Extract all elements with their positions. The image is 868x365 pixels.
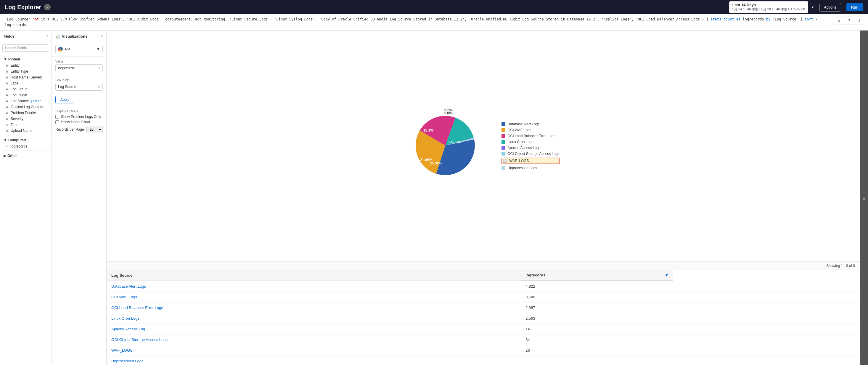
show-problem-logs-checkbox[interactable] <box>55 115 59 119</box>
date-range-selector[interactable]: Last 14 Days 5月 14 10:46 午前 - 5月 28 10:4… <box>729 1 808 13</box>
field-name: Entity <box>11 63 20 67</box>
field-time[interactable]: ⊙Time <box>0 122 52 128</box>
fields-collapse-button[interactable]: ‹ <box>46 33 48 39</box>
field-log-group[interactable]: ALog Group <box>0 86 52 92</box>
query-by-link[interactable]: by <box>766 17 770 21</box>
records-per-page-select[interactable]: 25 50 100 <box>87 126 103 133</box>
table-header-bar: Showing 1 - 8 of 8 <box>106 262 860 270</box>
source-cell: WAF_LOGS <box>106 345 521 356</box>
field-entity-type[interactable]: AEntity Type <box>0 68 52 74</box>
field-name: Upload Name <box>11 129 32 133</box>
field-logrecords[interactable]: #logrecords <box>0 143 52 149</box>
query-stats-link[interactable]: stats count as <box>711 17 740 21</box>
right-edge-panel[interactable]: ⚙ <box>860 30 868 365</box>
value-selector[interactable]: logrecords ✕ <box>55 64 103 72</box>
source-link[interactable]: Database Alert Logs <box>111 284 146 288</box>
field-upload-name[interactable]: AUpload Name <box>0 128 52 134</box>
field-original-log[interactable]: AOriginal Log Content <box>0 104 52 110</box>
apply-button[interactable]: Apply <box>55 96 74 104</box>
pie-chart-svg <box>407 107 484 184</box>
legend-linux-cron-logs[interactable]: Linux Cron Logs <box>501 140 559 144</box>
source-link[interactable]: WAF_LOGS <box>111 348 133 353</box>
col-logrecords[interactable]: logrecords ▼ <box>521 270 673 281</box>
legend-unprocessed-logs[interactable]: Unprocessed Logs <box>501 166 559 170</box>
source-link[interactable]: Linux Cron Logs <box>111 316 140 320</box>
legend-apache-access-log[interactable]: Apache Access Log <box>501 146 559 150</box>
sort-icon: ▼ <box>664 273 669 277</box>
value-clear-button[interactable]: ✕ <box>97 66 100 70</box>
show-donut-chart-checkbox[interactable] <box>55 120 59 124</box>
date-range-label: Last 14 Days <box>733 3 805 7</box>
field-type-badge: ⊙ <box>6 123 9 126</box>
field-severity[interactable]: ASeverity <box>0 116 52 122</box>
groupby-clear-button[interactable]: ✕ <box>97 85 100 89</box>
log-source-clear-link[interactable]: | Clear <box>31 99 40 103</box>
source-link[interactable]: OCI Object Storage Access Logs <box>111 337 167 342</box>
value-label: Value <box>55 60 103 63</box>
field-name: Log Origin <box>11 93 27 97</box>
field-problem-priority[interactable]: AProblem Priority <box>0 110 52 116</box>
share-button[interactable]: ⇧ <box>855 17 863 25</box>
actions-button[interactable]: Actions <box>819 3 841 11</box>
col-log-source[interactable]: Log Source <box>106 270 521 281</box>
legend-label: OCI Load Balancer Error Logs <box>507 134 555 138</box>
show-problem-logs-checkbox-row[interactable]: Show Problem Logs Only <box>55 115 103 119</box>
computed-section-header[interactable]: ▼ Computed <box>0 136 52 143</box>
legend-oci-waf-logs[interactable]: OCI WAF Logs <box>501 128 559 132</box>
viz-collapse-button[interactable]: ‹ <box>101 33 103 39</box>
pinned-section-header[interactable]: ▼ Pinned <box>0 55 52 62</box>
table-row: OCI Object Storage Access Logs 34 <box>106 335 860 345</box>
groupby-section: Group by Log Source ✕ <box>52 75 106 94</box>
table-row: Apache Access Log 141 <box>106 324 860 335</box>
value-selected-text: logrecords <box>58 66 74 70</box>
table-body: Database Alert Logs 4,822 OCI WAF Logs 3… <box>106 281 860 365</box>
field-label[interactable]: ALabel <box>0 80 52 86</box>
legend-label: OCI Object Storage Access Logs <box>507 152 559 156</box>
count-cell: 4,822 <box>521 281 860 292</box>
source-cell: Unprocessed Logs <box>106 356 521 365</box>
pinned-chevron: ▼ <box>4 57 7 61</box>
close-query-button[interactable]: ✕ <box>835 17 843 25</box>
query-action-buttons: ✕ ? ⇧ <box>835 17 863 25</box>
field-name: Time <box>11 123 18 127</box>
source-link[interactable]: Unprocessed Logs <box>111 359 143 363</box>
viz-title: 📊Visualizations <box>55 34 87 38</box>
groupby-selector[interactable]: Log Source ✕ <box>55 83 103 91</box>
legend-database-alert-logs[interactable]: Database Alert Logs <box>501 122 559 126</box>
legend-color-swatch <box>501 122 505 126</box>
run-button[interactable]: Run <box>846 3 863 11</box>
show-problem-logs-label: Show Problem Logs Only <box>61 115 101 119</box>
legend-waf-logs[interactable]: WAF_LOGS <box>501 158 559 164</box>
query-part-middle: in ('OCI VCN Flow Unified Schema Logs', … <box>39 17 711 21</box>
other-section-header[interactable]: ▶ Other <box>0 152 52 159</box>
query-sort-link[interactable]: sort <box>805 17 813 21</box>
legend-color-swatch <box>501 146 505 150</box>
legend-color-swatch <box>501 128 505 132</box>
records-per-page-section: Records per Page 25 50 100 <box>55 126 103 133</box>
table-row: Linux Cron Logs 2,563 <box>106 313 860 324</box>
date-range-sub: 5月 14 10:46 午前 - 5月 28 10:46 午前 UTC+09:0… <box>733 7 805 11</box>
pie-chart-container: 34.05% 25.32% 21.09% 18.1% 0.18% 0.01% D… <box>389 101 577 191</box>
source-link[interactable]: OCI Load Balancer Error Logs <box>111 305 163 310</box>
legend-oci-lb-error-logs[interactable]: OCI Load Balancer Error Logs <box>501 134 559 138</box>
legend-label: Unprocessed Logs <box>507 166 537 170</box>
field-log-source[interactable]: ALog Source| Clear <box>0 98 52 104</box>
field-name: Label <box>11 81 19 85</box>
legend-oci-object-storage[interactable]: OCI Object Storage Access Logs <box>501 152 559 156</box>
field-entity[interactable]: AEntity <box>0 62 52 68</box>
show-donut-chart-checkbox-row[interactable]: Show Donut Chart <box>55 120 103 124</box>
right-edge-icon: ⚙ <box>862 197 866 200</box>
field-name: Severity <box>11 117 23 121</box>
legend-label: Database Alert Logs <box>507 122 539 126</box>
field-log-origin[interactable]: ALog Origin <box>0 92 52 98</box>
source-link[interactable]: Apache Access Log <box>111 327 145 331</box>
fields-search-input[interactable] <box>2 45 49 52</box>
field-type-badge: A <box>6 117 9 120</box>
source-link[interactable]: OCI WAF Logs <box>111 295 137 299</box>
help-button[interactable]: ? <box>845 17 853 25</box>
field-hostname[interactable]: AHost Name (Server) <box>0 74 52 80</box>
table-row: OCI Load Balancer Error Logs 2,987 <box>106 303 860 313</box>
chart-type-selector[interactable]: Pie ▼ <box>55 45 103 53</box>
count-cell: 26 <box>521 345 860 356</box>
fields-list: ▼ Pinned AEntity AEntity Type AHost Name… <box>0 54 52 365</box>
